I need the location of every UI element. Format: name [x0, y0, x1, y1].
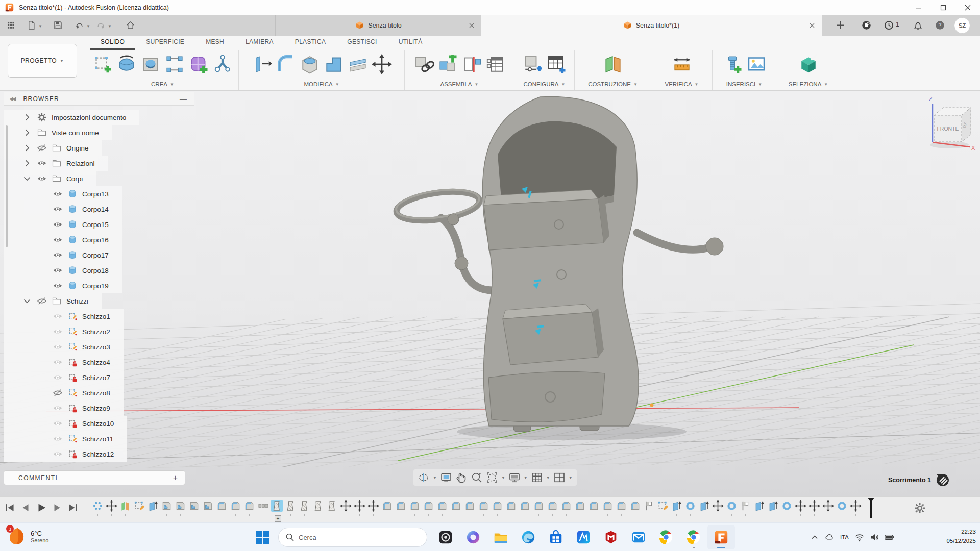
start-button[interactable]: [255, 530, 271, 545]
weather-widget[interactable]: 3 6°C Sereno: [7, 526, 48, 546]
user-avatar[interactable]: SZ: [954, 17, 970, 34]
tool-create-sketch-icon[interactable]: [92, 54, 113, 74]
timeline-item-fillet[interactable]: [560, 500, 572, 512]
view-cube[interactable]: FRONTE DX Z X: [919, 94, 977, 153]
grid-settings-icon[interactable]: [531, 471, 543, 484]
comments-bar[interactable]: COMMENTI +: [4, 470, 185, 485]
ribbon-tab-mesh[interactable]: MESH: [195, 36, 235, 50]
tool-shell-icon[interactable]: [300, 54, 320, 74]
chevron-right-icon[interactable]: [22, 128, 32, 138]
timeline-item-box[interactable]: [161, 500, 173, 512]
timeline-item-shell[interactable]: [312, 500, 324, 512]
timeline-item-shell[interactable]: [271, 500, 283, 512]
collapse-panel-icon[interactable]: ◀◀: [9, 96, 15, 102]
taskbar-app-store[interactable]: [542, 525, 570, 549]
tool-constraint-icon[interactable]: [164, 54, 185, 74]
group-label-crea[interactable]: CREA▼: [151, 79, 174, 90]
timeline-expand-group-icon[interactable]: +: [275, 515, 281, 522]
group-label-costruzione[interactable]: COSTRUZIONE▼: [588, 79, 638, 90]
timeline-item-extrude[interactable]: [671, 500, 682, 512]
viewport-canvas[interactable]: ◀◀ BROWSER — Impostazioni documentoViste…: [0, 91, 980, 496]
ribbon-tab-solido[interactable]: SOLIDO: [90, 36, 135, 50]
timeline-item-fillet[interactable]: [629, 500, 641, 512]
browser-item-corpo13[interactable]: Corpo13: [4, 186, 122, 202]
close-button[interactable]: [955, 0, 980, 15]
hidden-icons-chevron-icon[interactable]: [810, 532, 820, 542]
visibility-eye-icon[interactable]: [37, 158, 47, 168]
tab-senza-titolo-1-active[interactable]: Senza titolo*(1): [481, 15, 822, 36]
taskbar-app-file-explorer[interactable]: [487, 525, 514, 549]
volume-icon[interactable]: [869, 532, 879, 542]
tool-press-pull-icon[interactable]: [252, 54, 272, 74]
timeline-item-fillet[interactable]: [450, 500, 462, 512]
taskbar-app-copilot[interactable]: [459, 525, 487, 549]
maximize-button[interactable]: [931, 0, 955, 15]
add-comment-icon[interactable]: +: [173, 473, 178, 483]
tool-fillet-icon[interactable]: [276, 54, 296, 74]
visibility-eye-icon[interactable]: [37, 296, 47, 306]
scroll-group-badge-icon[interactable]: [936, 473, 949, 487]
tool-plane-icon[interactable]: [603, 54, 623, 74]
timeline-item-fillet[interactable]: [395, 500, 407, 512]
browser-item-schizzo11[interactable]: Schizzo11: [4, 431, 127, 446]
visibility-eye-icon[interactable]: [53, 449, 63, 459]
browser-item-schizzo4[interactable]: Schizzo4: [4, 355, 124, 370]
undo-dropdown-caret[interactable]: ▼: [86, 24, 90, 29]
extensions-icon[interactable]: [862, 20, 871, 30]
timeline-item-flag[interactable]: [643, 500, 655, 512]
ribbon-tab-plastica[interactable]: PLASTICA: [284, 36, 336, 50]
timeline-item-fillet[interactable]: [588, 500, 600, 512]
chevron-right-icon[interactable]: [22, 112, 32, 122]
tool-hole-icon[interactable]: [140, 54, 161, 74]
tool-split-icon[interactable]: [348, 54, 368, 74]
browser-item-schizzo10[interactable]: Schizzo10: [4, 416, 127, 431]
browser-item-schizzo12[interactable]: Schizzo12: [4, 446, 127, 462]
orbit-icon[interactable]: [418, 471, 430, 484]
timeline-item-fillet[interactable]: [519, 500, 531, 512]
timeline-item-extrude[interactable]: [147, 500, 159, 512]
timeline-item-fillet[interactable]: [478, 500, 489, 512]
tool-new-component-icon[interactable]: [437, 54, 458, 74]
new-tab-plus-icon[interactable]: [836, 20, 845, 30]
timeline-item-sketch[interactable]: [133, 500, 145, 512]
go-to-end-button[interactable]: [67, 502, 79, 513]
tool-pipe-icon[interactable]: [212, 54, 233, 74]
browser-item-schizzo1[interactable]: Schizzo1: [4, 309, 124, 324]
browser-item-corpo18[interactable]: Corpo18: [4, 263, 122, 278]
browser-item-schizzo9[interactable]: Schizzo9: [4, 400, 124, 416]
taskbar-app-chrome[interactable]: [652, 525, 680, 549]
group-label-inserisci[interactable]: INSERISCI▼: [726, 79, 762, 90]
browser-item-schizzo7[interactable]: Schizzo7: [4, 370, 124, 385]
timeline-item-fillet[interactable]: [574, 500, 586, 512]
timeline-item-move[interactable]: [795, 500, 806, 512]
fit-dropdown-caret[interactable]: ▼: [501, 475, 505, 480]
timeline-item-box[interactable]: [202, 500, 214, 512]
browser-item-corpo15[interactable]: Corpo15: [4, 217, 122, 232]
tool-measure-icon[interactable]: [672, 54, 692, 74]
grid-settings-dropdown-caret[interactable]: ▼: [546, 475, 550, 480]
browser-item-schizzo3[interactable]: Schizzo3: [4, 339, 124, 355]
taskbar-app-chrome-profile[interactable]: [680, 525, 707, 549]
visibility-eye-icon[interactable]: [53, 342, 63, 352]
taskbar-app-mcafee[interactable]: [597, 525, 625, 549]
timeline-item-move[interactable]: [368, 500, 379, 512]
visibility-eye-icon[interactable]: [53, 189, 63, 199]
orbit-dropdown-caret[interactable]: ▼: [433, 475, 437, 480]
timeline-item-shell[interactable]: [285, 500, 297, 512]
timeline-item-extrude[interactable]: [698, 500, 710, 512]
taskbar-app-edge[interactable]: [514, 525, 542, 549]
timeline-item-fillet[interactable]: [616, 500, 627, 512]
ribbon-tab-lamiera[interactable]: LAMIERA: [235, 36, 284, 50]
browser-item-schizzi[interactable]: Schizzi: [4, 293, 102, 309]
timeline-item-box[interactable]: [175, 500, 186, 512]
group-label-configura[interactable]: CONFIGURA▼: [524, 79, 566, 90]
timeline-settings-gear-icon[interactable]: [914, 502, 926, 514]
timeline-item-torus[interactable]: [781, 500, 793, 512]
visibility-eye-icon[interactable]: [53, 403, 63, 413]
browser-item-corpi[interactable]: Corpi: [4, 171, 96, 186]
visibility-eye-icon[interactable]: [53, 281, 63, 291]
timeline-item-plane[interactable]: [119, 500, 131, 512]
visibility-eye-icon[interactable]: [53, 434, 63, 444]
language-indicator[interactable]: ITA: [839, 534, 850, 540]
browser-item-schizzo2[interactable]: Schizzo2: [4, 324, 124, 339]
